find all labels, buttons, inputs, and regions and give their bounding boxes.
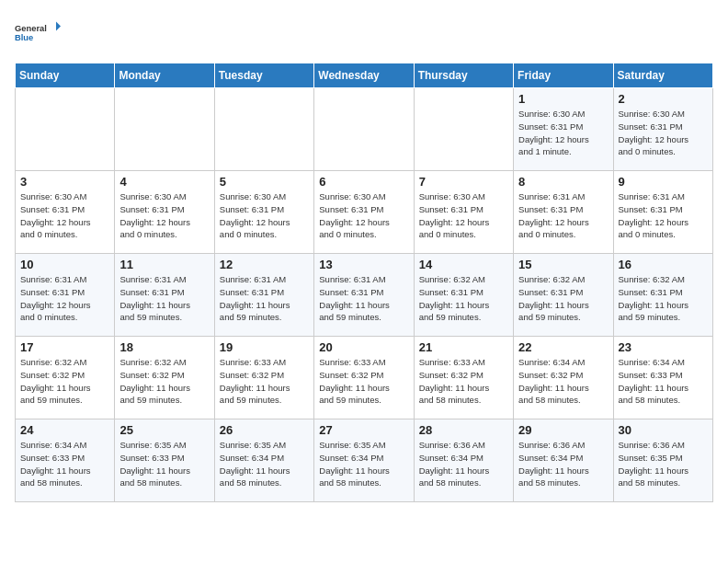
day-info: Sunrise: 6:33 AM Sunset: 6:32 PM Dayligh… [220,356,309,407]
svg-text:General: General [15,24,47,33]
svg-marker-2 [56,22,61,31]
day-number: 1 [518,92,608,106]
day-number: 21 [419,340,508,354]
day-info: Sunrise: 6:32 AM Sunset: 6:31 PM Dayligh… [619,273,708,324]
day-info: Sunrise: 6:30 AM Sunset: 6:31 PM Dayligh… [619,108,708,158]
calendar-cell: 22Sunrise: 6:34 AM Sunset: 6:32 PM Dayli… [514,337,613,419]
calendar-cell: 7Sunrise: 6:30 AM Sunset: 6:31 PM Daylig… [414,171,513,254]
weekday-header-thursday: Thursday [414,63,513,88]
calendar-table: SundayMondayTuesdayWednesdayThursdayFrid… [15,63,713,502]
logo-svg: General Blue [15,15,61,52]
calendar-cell: 6Sunrise: 6:30 AM Sunset: 6:31 PM Daylig… [314,171,414,254]
day-number: 5 [220,175,309,189]
calendar-week-row: 3Sunrise: 6:30 AM Sunset: 6:31 PM Daylig… [16,171,713,254]
day-info: Sunrise: 6:30 AM Sunset: 6:31 PM Dayligh… [119,190,209,241]
calendar-cell: 5Sunrise: 6:30 AM Sunset: 6:31 PM Daylig… [214,171,313,254]
day-info: Sunrise: 6:33 AM Sunset: 6:32 PM Dayligh… [319,356,408,407]
day-number: 19 [220,340,309,354]
calendar-cell: 19Sunrise: 6:33 AM Sunset: 6:32 PM Dayli… [214,337,313,419]
calendar-cell: 26Sunrise: 6:35 AM Sunset: 6:34 PM Dayli… [214,419,313,502]
calendar-cell: 30Sunrise: 6:36 AM Sunset: 6:35 PM Dayli… [613,419,712,502]
weekday-header-saturday: Saturday [613,63,712,88]
day-number: 27 [319,423,408,437]
day-number: 9 [619,175,708,189]
weekday-header-wednesday: Wednesday [314,63,414,88]
calendar-cell: 28Sunrise: 6:36 AM Sunset: 6:34 PM Dayli… [414,419,513,502]
day-info: Sunrise: 6:32 AM Sunset: 6:31 PM Dayligh… [518,273,608,324]
day-info: Sunrise: 6:33 AM Sunset: 6:32 PM Dayligh… [419,356,508,407]
day-number: 15 [518,258,608,271]
weekday-header-row: SundayMondayTuesdayWednesdayThursdayFrid… [16,63,713,88]
calendar-week-row: 24Sunrise: 6:34 AM Sunset: 6:33 PM Dayli… [16,419,713,502]
calendar-cell: 12Sunrise: 6:31 AM Sunset: 6:31 PM Dayli… [214,254,313,337]
calendar-cell: 18Sunrise: 6:32 AM Sunset: 6:32 PM Dayli… [115,337,214,419]
day-number: 18 [119,340,209,354]
day-info: Sunrise: 6:32 AM Sunset: 6:32 PM Dayligh… [119,356,209,407]
day-number: 10 [20,258,109,271]
day-info: Sunrise: 6:31 AM Sunset: 6:31 PM Dayligh… [619,190,708,241]
calendar-cell: 27Sunrise: 6:35 AM Sunset: 6:34 PM Dayli… [314,419,414,502]
day-number: 20 [319,340,408,354]
day-info: Sunrise: 6:35 AM Sunset: 6:34 PM Dayligh… [319,439,408,489]
day-info: Sunrise: 6:30 AM Sunset: 6:31 PM Dayligh… [20,190,109,241]
calendar-cell: 21Sunrise: 6:33 AM Sunset: 6:32 PM Dayli… [414,337,513,419]
day-number: 17 [20,340,109,354]
day-info: Sunrise: 6:36 AM Sunset: 6:34 PM Dayligh… [518,439,608,489]
calendar-cell: 13Sunrise: 6:31 AM Sunset: 6:31 PM Dayli… [314,254,414,337]
day-info: Sunrise: 6:34 AM Sunset: 6:33 PM Dayligh… [619,356,708,407]
day-info: Sunrise: 6:30 AM Sunset: 6:31 PM Dayligh… [419,190,508,241]
day-number: 23 [619,340,708,354]
calendar-cell: 4Sunrise: 6:30 AM Sunset: 6:31 PM Daylig… [115,171,214,254]
calendar-cell: 1Sunrise: 6:30 AM Sunset: 6:31 PM Daylig… [514,88,613,171]
day-info: Sunrise: 6:31 AM Sunset: 6:31 PM Dayligh… [20,273,109,324]
calendar-cell [16,88,115,171]
day-number: 28 [419,423,508,437]
calendar-cell: 14Sunrise: 6:32 AM Sunset: 6:31 PM Dayli… [414,254,513,337]
calendar-cell: 25Sunrise: 6:35 AM Sunset: 6:33 PM Dayli… [115,419,214,502]
calendar-cell: 9Sunrise: 6:31 AM Sunset: 6:31 PM Daylig… [613,171,712,254]
svg-text:Blue: Blue [15,33,33,42]
calendar-cell: 2Sunrise: 6:30 AM Sunset: 6:31 PM Daylig… [613,88,712,171]
day-info: Sunrise: 6:31 AM Sunset: 6:31 PM Dayligh… [319,273,408,324]
day-info: Sunrise: 6:31 AM Sunset: 6:31 PM Dayligh… [119,273,209,324]
page-header: General Blue [15,15,713,52]
calendar-cell: 17Sunrise: 6:32 AM Sunset: 6:32 PM Dayli… [16,337,115,419]
calendar-cell: 16Sunrise: 6:32 AM Sunset: 6:31 PM Dayli… [613,254,712,337]
calendar-week-row: 17Sunrise: 6:32 AM Sunset: 6:32 PM Dayli… [16,337,713,419]
day-number: 8 [518,175,608,189]
weekday-header-sunday: Sunday [16,63,115,88]
calendar-cell: 11Sunrise: 6:31 AM Sunset: 6:31 PM Dayli… [115,254,214,337]
day-info: Sunrise: 6:35 AM Sunset: 6:33 PM Dayligh… [119,439,209,489]
day-number: 30 [619,423,708,437]
day-info: Sunrise: 6:36 AM Sunset: 6:34 PM Dayligh… [419,439,508,489]
day-number: 2 [619,92,708,106]
calendar-cell [214,88,313,171]
calendar-cell: 10Sunrise: 6:31 AM Sunset: 6:31 PM Dayli… [16,254,115,337]
day-number: 11 [119,258,209,271]
day-info: Sunrise: 6:32 AM Sunset: 6:32 PM Dayligh… [20,356,109,407]
weekday-header-friday: Friday [514,63,613,88]
day-info: Sunrise: 6:31 AM Sunset: 6:31 PM Dayligh… [518,190,608,241]
day-info: Sunrise: 6:34 AM Sunset: 6:32 PM Dayligh… [518,356,608,407]
calendar-cell: 24Sunrise: 6:34 AM Sunset: 6:33 PM Dayli… [16,419,115,502]
calendar-cell: 23Sunrise: 6:34 AM Sunset: 6:33 PM Dayli… [613,337,712,419]
logo: General Blue [15,15,61,52]
day-info: Sunrise: 6:30 AM Sunset: 6:31 PM Dayligh… [319,190,408,241]
day-number: 12 [220,258,309,271]
day-info: Sunrise: 6:36 AM Sunset: 6:35 PM Dayligh… [619,439,708,489]
calendar-cell: 20Sunrise: 6:33 AM Sunset: 6:32 PM Dayli… [314,337,414,419]
day-number: 26 [220,423,309,437]
day-number: 25 [119,423,209,437]
day-info: Sunrise: 6:34 AM Sunset: 6:33 PM Dayligh… [20,439,109,489]
calendar-week-row: 10Sunrise: 6:31 AM Sunset: 6:31 PM Dayli… [16,254,713,337]
day-info: Sunrise: 6:31 AM Sunset: 6:31 PM Dayligh… [220,273,309,324]
weekday-header-monday: Monday [115,63,214,88]
day-number: 22 [518,340,608,354]
calendar-cell: 8Sunrise: 6:31 AM Sunset: 6:31 PM Daylig… [514,171,613,254]
day-info: Sunrise: 6:32 AM Sunset: 6:31 PM Dayligh… [419,273,508,324]
day-info: Sunrise: 6:30 AM Sunset: 6:31 PM Dayligh… [518,108,608,158]
day-number: 3 [20,175,109,189]
calendar-week-row: 1Sunrise: 6:30 AM Sunset: 6:31 PM Daylig… [16,88,713,171]
day-number: 16 [619,258,708,271]
weekday-header-tuesday: Tuesday [214,63,313,88]
